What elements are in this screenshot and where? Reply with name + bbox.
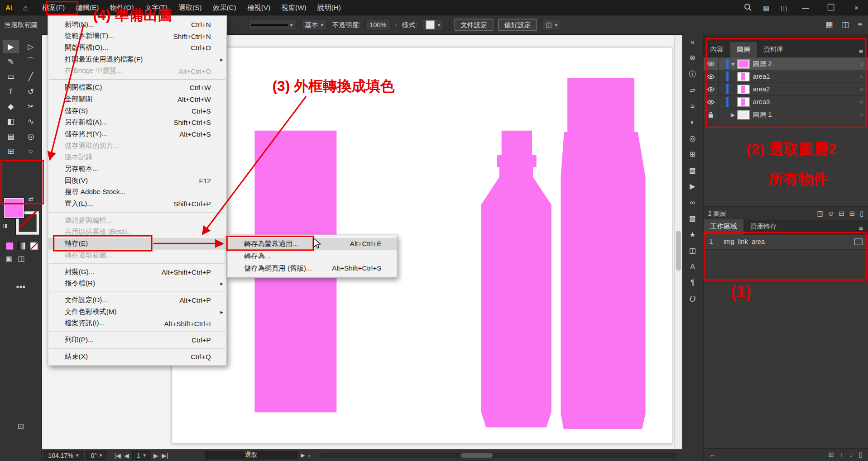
tab-asset-export[interactable]: 資產轉存 [743,219,783,234]
target-circle-icon[interactable]: ○ [855,60,868,67]
artboard-name[interactable]: img_link_area [724,238,854,246]
graphic-styles-icon[interactable]: ▤ [689,166,696,175]
layer-row-layer1[interactable]: ▶ 圖層 1 ○ [704,109,868,121]
bottle-shape-2[interactable] [561,78,645,429]
object-name[interactable]: area2 [753,85,855,93]
submenu-item[interactable]: 儲存為網頁用 (舊版)... Alt+Shift+Ctrl+S [227,262,397,275]
file-menu-item[interactable]: 指令檔(R) ▸ [48,278,226,290]
transform-panel-icon[interactable]: ◫ [842,20,849,29]
none-button[interactable] [30,242,38,250]
locate-object-icon[interactable]: ⊙ [828,210,834,218]
file-menu-item[interactable]: 搜尋 Adobe Stock... [48,186,226,198]
new-sublayer-icon[interactable]: ⊟ [839,210,844,218]
rectangle-tool[interactable]: ▭ [3,70,19,83]
menu-type[interactable]: 文字(T) [139,0,173,15]
first-artboard-icon[interactable]: |◀ [114,451,120,459]
zoom-dropdown[interactable]: 104.17% ▾ [44,451,83,460]
tab-layers[interactable]: 圖層 [730,42,757,57]
rearrange-artboards-icon[interactable]: ↔ [709,451,716,459]
paragraph-icon[interactable]: ¶ [691,278,695,287]
submenu-item[interactable]: 轉存為... [227,250,397,262]
file-menu-item[interactable]: 儲存選取的切片... [48,140,226,152]
gradient-button[interactable] [18,242,26,250]
file-menu-item[interactable]: 另存範本... [48,163,226,175]
object-thumbnail[interactable] [738,85,750,94]
type-tool[interactable]: T [3,85,19,98]
artboard-row[interactable]: 1 img_link_area [704,235,868,250]
preferences-button[interactable]: 偏好設定 [498,19,537,31]
status-chevron-icon[interactable]: ‹ [308,452,311,459]
default-fill-stroke-icon[interactable]: ◨ [3,223,7,228]
layer-name[interactable]: 圖層 1 [753,110,855,119]
menu-file[interactable]: 檔案(F) [37,0,71,15]
artboard-select-dropdown[interactable]: 1 ▾ [132,451,150,460]
object-thumbnail[interactable] [738,71,750,81]
last-artboard-icon[interactable]: ▶| [162,451,168,459]
target-circle-icon[interactable]: ○ [855,99,868,105]
panel-menu-icon[interactable]: ≡ [858,20,863,29]
layer-row-area3[interactable]: area3 ○ [704,96,868,109]
file-menu-item[interactable]: 列印(P)... Ctrl+P [48,334,226,346]
workspace-switcher-icon[interactable]: ◫ [781,4,787,12]
file-menu-item[interactable]: 檔案資訊(I)... Alt+Shift+Ctrl+I [48,318,226,329]
menu-effect[interactable]: 效果(C) [207,0,242,15]
file-menu-item[interactable]: 開啟舊檔(O)... Ctrl+O [48,42,226,54]
file-menu-item[interactable]: 文件色彩模式(M) ▸ [48,306,226,318]
file-menu-item[interactable]: 另存新檔(A)... Shift+Ctrl+S [48,117,226,128]
minimize-button[interactable]: — [798,4,813,12]
object-name[interactable]: area1 [753,72,855,80]
file-menu-item[interactable]: 關閉檔案(C) Ctrl+W [48,82,226,94]
visibility-eye-icon[interactable] [704,57,719,70]
align-panel-icon[interactable]: ▦ [825,20,833,29]
bottle-shape-1[interactable] [481,131,551,428]
tab-properties[interactable]: 內容 [704,42,730,57]
visibility-eye-icon[interactable] [704,70,719,82]
vertical-scrollbar-thumb[interactable] [676,231,681,271]
prev-artboard-icon[interactable]: ◀ [124,451,129,459]
file-menu-item[interactable]: 轉存(E) ▸ [48,238,226,250]
curvature-tool[interactable]: ⌒ [23,55,39,68]
direct-selection-tool[interactable]: ▷ [23,40,39,53]
opentype-icon[interactable]: O [690,295,695,304]
panel-menu-icon[interactable]: ≡ [854,224,868,234]
pattern-icon[interactable]: ▩ [689,214,696,223]
info-icon[interactable]: ⓘ [689,70,696,79]
actions-icon[interactable]: ▶ [690,182,695,191]
swatches-icon[interactable]: ⊞ [690,150,695,159]
file-menu-item[interactable]: 邀請參與編輯... [48,215,226,227]
links-icon[interactable]: ∞ [690,198,695,207]
tab-artboards[interactable]: 工作區域 [704,219,743,234]
color-icon[interactable]: ◐ [691,118,695,127]
file-menu-item[interactable]: 從範本新增(T)... Shift+Ctrl+N [48,30,226,42]
menu-window[interactable]: 視窗(W) [276,0,312,15]
zoom-tool[interactable]: ○ [23,144,39,157]
delete-artboard-icon[interactable]: ▯ [859,451,863,459]
file-menu-item[interactable]: 封裝(G)... Alt+Shift+Ctrl+P [48,266,226,278]
edit-toolbar-dots[interactable]: ••• [0,282,42,292]
file-menu-item[interactable]: 在 Bridge 中瀏覽... Alt+Ctrl+O [48,65,226,77]
collapse-panels-icon[interactable]: « [691,38,695,47]
document-setup-button[interactable]: 文件設定 [455,19,494,31]
file-menu-item[interactable]: 回復(V) F12 [48,175,226,187]
symbols-icon[interactable]: ★ [689,230,695,239]
file-menu-item[interactable]: 全部關閉 Alt+Ctrl+W [48,94,226,105]
file-menu-item[interactable]: 轉存選取範圍... [48,250,226,261]
change-screen-mode-icon[interactable]: ⊡ [0,422,42,431]
file-menu-item[interactable]: 打開最近使用過的檔案(F) ▸ [48,54,226,66]
layer-row-area1[interactable]: area1 ○ [704,70,868,83]
layer-row-layer2[interactable]: ▼ 圖層 2 ○ [704,57,868,70]
menu-view[interactable]: 檢視(V) [242,0,276,15]
brush-definition-dropdown[interactable]: 基本 ▾ [301,19,327,31]
toolbar-options-dropdown[interactable]: ◫ ▾ [542,19,561,31]
draw-normal-icon[interactable]: ▣ [5,255,12,263]
visibility-eye-icon[interactable] [704,83,719,95]
fill-swatch[interactable] [4,198,24,218]
tab-libraries[interactable]: 資料庫 [757,42,790,57]
style-dropdown[interactable]: ▾ [422,19,444,31]
close-button[interactable]: × [849,4,863,12]
file-menu-item[interactable]: 置入(L)... Shift+Ctrl+P [48,198,226,210]
arrange-documents-icon[interactable]: ▦ [763,4,769,12]
delete-layer-icon[interactable]: ▯ [860,210,863,218]
collapsed-caret-icon[interactable]: ▶ [729,111,738,117]
swap-fill-stroke-icon[interactable]: ⇄ [28,196,33,203]
